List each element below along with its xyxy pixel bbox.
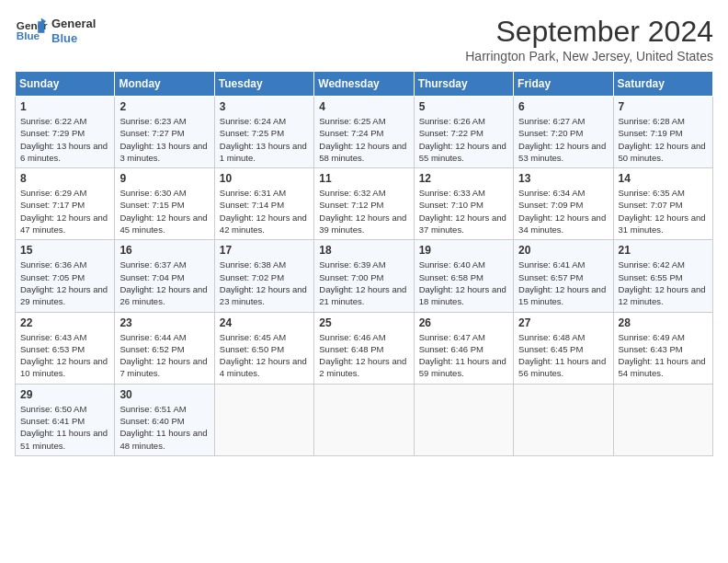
empty-day [214, 384, 313, 455]
day-number: 10 [220, 172, 309, 185]
calendar-day-27: 27 Sunrise: 6:48 AM Sunset: 6:45 PM Dayl… [514, 312, 613, 384]
calendar-day-11: 11 Sunrise: 6:32 AM Sunset: 7:12 PM Dayl… [314, 168, 414, 240]
calendar-day-16: 16 Sunrise: 6:37 AM Sunset: 7:04 PM Dayl… [115, 240, 214, 312]
day-info: Sunrise: 6:41 AM Sunset: 6:57 PM Dayligh… [518, 259, 608, 307]
day-info: Sunrise: 6:46 AM Sunset: 6:48 PM Dayligh… [319, 331, 408, 380]
day-number: 19 [419, 244, 508, 257]
day-number: 23 [119, 316, 209, 329]
day-number: 16 [119, 244, 209, 257]
logo: General Blue General Blue [15, 15, 96, 48]
day-number: 26 [419, 316, 508, 329]
calendar-day-7: 7 Sunrise: 6:28 AM Sunset: 7:19 PM Dayli… [613, 97, 712, 168]
calendar-week-1: 1 Sunrise: 6:22 AM Sunset: 7:29 PM Dayli… [16, 97, 713, 168]
calendar-day-28: 28 Sunrise: 6:49 AM Sunset: 6:43 PM Dayl… [613, 312, 712, 384]
day-number: 14 [619, 172, 708, 185]
day-info: Sunrise: 6:25 AM Sunset: 7:24 PM Dayligh… [319, 115, 408, 164]
logo-line2: Blue [51, 31, 96, 46]
col-header-friday: Friday [514, 72, 613, 97]
calendar-week-2: 8 Sunrise: 6:29 AM Sunset: 7:17 PM Dayli… [16, 168, 713, 240]
day-info: Sunrise: 6:38 AM Sunset: 7:02 PM Dayligh… [220, 259, 309, 307]
calendar-day-3: 3 Sunrise: 6:24 AM Sunset: 7:25 PM Dayli… [214, 97, 313, 168]
calendar-day-18: 18 Sunrise: 6:39 AM Sunset: 7:00 PM Dayl… [314, 240, 414, 312]
day-info: Sunrise: 6:37 AM Sunset: 7:04 PM Dayligh… [119, 259, 209, 307]
day-info: Sunrise: 6:24 AM Sunset: 7:25 PM Dayligh… [220, 115, 309, 164]
calendar-day-1: 1 Sunrise: 6:22 AM Sunset: 7:29 PM Dayli… [16, 97, 115, 168]
day-number: 7 [619, 100, 708, 113]
col-header-sunday: Sunday [16, 72, 115, 97]
day-info: Sunrise: 6:42 AM Sunset: 6:55 PM Dayligh… [619, 259, 708, 307]
day-info: Sunrise: 6:39 AM Sunset: 7:00 PM Dayligh… [319, 259, 408, 307]
logo-line1: General [51, 17, 96, 31]
calendar-day-14: 14 Sunrise: 6:35 AM Sunset: 7:07 PM Dayl… [613, 168, 712, 240]
empty-day [514, 384, 613, 455]
day-info: Sunrise: 6:36 AM Sunset: 7:05 PM Dayligh… [20, 259, 109, 307]
calendar-week-4: 22 Sunrise: 6:43 AM Sunset: 6:53 PM Dayl… [16, 312, 713, 384]
day-info: Sunrise: 6:32 AM Sunset: 7:12 PM Dayligh… [319, 187, 408, 236]
calendar-day-15: 15 Sunrise: 6:36 AM Sunset: 7:05 PM Dayl… [16, 240, 115, 312]
col-header-wednesday: Wednesday [314, 72, 414, 97]
calendar-day-5: 5 Sunrise: 6:26 AM Sunset: 7:22 PM Dayli… [414, 97, 513, 168]
day-number: 21 [619, 244, 708, 257]
day-info: Sunrise: 6:28 AM Sunset: 7:19 PM Dayligh… [619, 115, 708, 164]
empty-day [414, 384, 513, 455]
day-number: 24 [220, 316, 309, 329]
day-number: 20 [518, 244, 608, 257]
calendar-day-29: 29 Sunrise: 6:50 AM Sunset: 6:41 PM Dayl… [16, 384, 115, 455]
day-info: Sunrise: 6:23 AM Sunset: 7:27 PM Dayligh… [119, 115, 209, 164]
calendar-day-6: 6 Sunrise: 6:27 AM Sunset: 7:20 PM Dayli… [514, 97, 613, 168]
col-header-thursday: Thursday [414, 72, 513, 97]
title-block: September 2024 Harrington Park, New Jers… [465, 15, 713, 63]
day-number: 5 [419, 100, 508, 113]
calendar-table: SundayMondayTuesdayWednesdayThursdayFrid… [15, 71, 713, 456]
calendar-day-8: 8 Sunrise: 6:29 AM Sunset: 7:17 PM Dayli… [16, 168, 115, 240]
day-info: Sunrise: 6:29 AM Sunset: 7:17 PM Dayligh… [20, 187, 109, 236]
calendar-day-26: 26 Sunrise: 6:47 AM Sunset: 6:46 PM Dayl… [414, 312, 513, 384]
day-number: 18 [319, 244, 408, 257]
day-info: Sunrise: 6:30 AM Sunset: 7:15 PM Dayligh… [119, 187, 209, 236]
calendar-day-10: 10 Sunrise: 6:31 AM Sunset: 7:14 PM Dayl… [214, 168, 313, 240]
calendar-day-9: 9 Sunrise: 6:30 AM Sunset: 7:15 PM Dayli… [115, 168, 214, 240]
day-info: Sunrise: 6:48 AM Sunset: 6:45 PM Dayligh… [518, 331, 608, 380]
day-info: Sunrise: 6:49 AM Sunset: 6:43 PM Dayligh… [619, 331, 708, 380]
day-number: 25 [319, 316, 408, 329]
day-info: Sunrise: 6:43 AM Sunset: 6:53 PM Dayligh… [20, 331, 109, 380]
day-info: Sunrise: 6:51 AM Sunset: 6:40 PM Dayligh… [119, 403, 209, 452]
calendar-day-4: 4 Sunrise: 6:25 AM Sunset: 7:24 PM Dayli… [314, 97, 414, 168]
calendar-day-2: 2 Sunrise: 6:23 AM Sunset: 7:27 PM Dayli… [115, 97, 214, 168]
calendar-week-3: 15 Sunrise: 6:36 AM Sunset: 7:05 PM Dayl… [16, 240, 713, 312]
day-number: 28 [619, 316, 708, 329]
day-info: Sunrise: 6:35 AM Sunset: 7:07 PM Dayligh… [619, 187, 708, 236]
calendar-day-21: 21 Sunrise: 6:42 AM Sunset: 6:55 PM Dayl… [613, 240, 712, 312]
day-number: 2 [119, 100, 209, 113]
day-number: 12 [419, 172, 508, 185]
day-info: Sunrise: 6:47 AM Sunset: 6:46 PM Dayligh… [419, 331, 508, 380]
day-info: Sunrise: 6:27 AM Sunset: 7:20 PM Dayligh… [518, 115, 608, 164]
day-number: 30 [119, 388, 209, 401]
day-info: Sunrise: 6:45 AM Sunset: 6:50 PM Dayligh… [220, 331, 309, 380]
day-number: 15 [20, 244, 109, 257]
calendar-day-19: 19 Sunrise: 6:40 AM Sunset: 6:58 PM Dayl… [414, 240, 513, 312]
calendar-day-23: 23 Sunrise: 6:44 AM Sunset: 6:52 PM Dayl… [115, 312, 214, 384]
page-header: General Blue General Blue September 2024… [15, 15, 713, 63]
day-number: 8 [20, 172, 109, 185]
day-number: 27 [518, 316, 608, 329]
day-info: Sunrise: 6:31 AM Sunset: 7:14 PM Dayligh… [220, 187, 309, 236]
day-info: Sunrise: 6:22 AM Sunset: 7:29 PM Dayligh… [20, 115, 109, 164]
svg-text:Blue: Blue [17, 29, 40, 41]
calendar-day-17: 17 Sunrise: 6:38 AM Sunset: 7:02 PM Dayl… [214, 240, 313, 312]
day-number: 9 [119, 172, 209, 185]
day-info: Sunrise: 6:34 AM Sunset: 7:09 PM Dayligh… [518, 187, 608, 236]
calendar-day-24: 24 Sunrise: 6:45 AM Sunset: 6:50 PM Dayl… [214, 312, 313, 384]
day-number: 4 [319, 100, 408, 113]
empty-day [613, 384, 712, 455]
day-info: Sunrise: 6:26 AM Sunset: 7:22 PM Dayligh… [419, 115, 508, 164]
day-info: Sunrise: 6:44 AM Sunset: 6:52 PM Dayligh… [119, 331, 209, 380]
calendar-day-12: 12 Sunrise: 6:33 AM Sunset: 7:10 PM Dayl… [414, 168, 513, 240]
empty-day [314, 384, 414, 455]
day-number: 6 [518, 100, 608, 113]
calendar-day-30: 30 Sunrise: 6:51 AM Sunset: 6:40 PM Dayl… [115, 384, 214, 455]
month-title: September 2024 [465, 15, 713, 49]
day-number: 13 [518, 172, 608, 185]
calendar-day-22: 22 Sunrise: 6:43 AM Sunset: 6:53 PM Dayl… [16, 312, 115, 384]
location-subtitle: Harrington Park, New Jersey, United Stat… [465, 49, 713, 63]
